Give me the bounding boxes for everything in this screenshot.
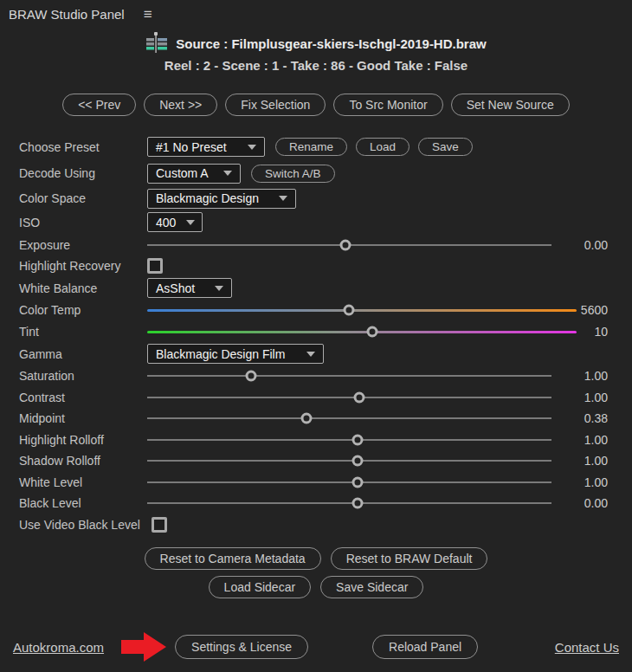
shadow-rolloff-value: 1.00 (554, 454, 608, 468)
chevron-down-icon (279, 196, 287, 201)
color-temp-slider[interactable] (147, 300, 554, 320)
source-metadata: Reel : 2 - Scene : 1 - Take : 86 - Good … (0, 58, 632, 73)
tint-slider[interactable] (147, 321, 554, 342)
exposure-slider-knob[interactable] (339, 239, 351, 250)
contact-us-link[interactable]: Contact Us (555, 640, 619, 655)
black-level-slider[interactable] (147, 493, 554, 514)
chevron-down-icon (186, 220, 195, 225)
saturation-label: Saturation (19, 369, 147, 383)
save-sidecar-button[interactable]: Save Sidecar (320, 576, 423, 598)
highlight-recovery-label: Highlight Recovery (19, 259, 147, 273)
shadow-rolloff-slider-knob[interactable] (351, 456, 363, 467)
nav-button-row: << Prev Next >> Fix Selection To Src Mon… (0, 94, 632, 116)
highlight-rolloff-row: Highlight Rolloff 1.00 (19, 430, 608, 451)
chevron-down-icon (306, 352, 315, 357)
iso-dropdown[interactable]: 400 (147, 212, 203, 232)
gamma-row: Gamma Blackmagic Design Film (19, 343, 608, 365)
prev-button[interactable]: << Prev (62, 94, 136, 116)
white-level-row: White Level 1.00 (19, 472, 608, 494)
midpoint-value: 0.38 (554, 411, 608, 425)
contrast-value: 1.00 (554, 391, 608, 404)
exposure-label: Exposure (19, 238, 147, 252)
set-new-source-button[interactable]: Set New Source (451, 94, 570, 116)
chevron-down-icon (248, 145, 256, 150)
load-sidecar-button[interactable]: Load Sidecar (209, 576, 312, 598)
white-level-slider[interactable] (147, 472, 554, 493)
source-info: Source : Filmplusgear-skiers-Ischgl-2019… (0, 32, 632, 73)
controls-section: Choose Preset #1 No Preset Rename Load S… (0, 133, 632, 535)
saturation-slider-knob[interactable] (245, 371, 256, 382)
contrast-slider[interactable] (147, 387, 554, 408)
iso-label: ISO (19, 216, 147, 229)
switch-ab-button[interactable]: Switch A/B (251, 165, 335, 183)
tint-slider-knob[interactable] (366, 326, 377, 338)
preset-dropdown[interactable]: #1 No Preset (147, 137, 265, 157)
decode-using-value: Custom A (156, 166, 209, 180)
to-src-monitor-button[interactable]: To Src Monitor (333, 94, 442, 116)
shadow-rolloff-slider[interactable] (147, 450, 554, 471)
midpoint-row: Midpoint 0.38 (19, 408, 608, 430)
white-level-label: White Level (19, 475, 147, 489)
load-preset-button[interactable]: Load (356, 138, 410, 156)
rename-preset-button[interactable]: Rename (275, 138, 347, 156)
highlight-rolloff-value: 1.00 (554, 433, 608, 447)
black-level-slider-knob[interactable] (351, 498, 363, 509)
midpoint-label: Midpoint (19, 411, 147, 425)
settings-license-button[interactable]: Settings & License (175, 635, 308, 659)
shadow-rolloff-label: Shadow Rolloff (19, 454, 147, 468)
color-temp-slider-knob[interactable] (344, 305, 355, 316)
white-balance-value: AsShot (156, 281, 195, 295)
footer-bar: Autokroma.com Settings & License Reload … (0, 632, 632, 672)
white-balance-dropdown[interactable]: AsShot (147, 278, 232, 298)
black-level-value: 0.00 (554, 496, 608, 510)
iso-row: ISO 400 (19, 210, 608, 234)
choose-preset-row: Choose Preset #1 No Preset Rename Load S… (19, 133, 608, 160)
source-filename: Source : Filmplusgear-skiers-Ischgl-2019… (176, 36, 486, 51)
reset-button-row: Reset to Camera Metadata Reset to BRAW D… (0, 547, 632, 570)
color-space-value: Blackmagic Design (156, 191, 259, 205)
saturation-slider[interactable] (147, 365, 554, 386)
fix-selection-button[interactable]: Fix Selection (225, 94, 326, 116)
contrast-label: Contrast (19, 391, 147, 404)
midpoint-slider-knob[interactable] (301, 413, 313, 424)
black-level-row: Black Level 0.00 (19, 493, 608, 514)
midpoint-slider[interactable] (147, 408, 554, 429)
highlight-rolloff-slider-knob[interactable] (351, 434, 363, 445)
reset-braw-default-button[interactable]: Reset to BRAW Default (331, 547, 488, 570)
exposure-value: 0.00 (554, 238, 608, 252)
panel-header: BRAW Studio Panel ≡ (0, 0, 632, 22)
autokroma-link[interactable]: Autokroma.com (13, 640, 104, 655)
red-arrow-icon (121, 632, 166, 662)
highlight-rolloff-slider[interactable] (147, 430, 554, 450)
panel-title: BRAW Studio Panel (9, 7, 125, 22)
saturation-row: Saturation 1.00 (19, 365, 608, 387)
chevron-down-icon (223, 171, 232, 176)
white-balance-row: White Balance AsShot (19, 277, 608, 300)
reload-panel-button[interactable]: Reload Panel (372, 635, 478, 659)
shadow-rolloff-row: Shadow Rolloff 1.00 (19, 450, 608, 472)
highlight-rolloff-label: Highlight Rolloff (19, 433, 147, 447)
color-temp-row: Color Temp 5600 (19, 300, 608, 321)
next-button[interactable]: Next >> (144, 94, 217, 116)
chevron-down-icon (215, 286, 223, 291)
highlight-recovery-checkbox[interactable] (147, 258, 163, 274)
use-video-black-level-label: Use Video Black Level (19, 518, 140, 532)
saturation-value: 1.00 (554, 369, 608, 383)
preset-dropdown-value: #1 No Preset (156, 140, 227, 154)
white-level-value: 1.00 (554, 475, 608, 489)
tint-label: Tint (19, 325, 147, 339)
color-space-dropdown[interactable]: Blackmagic Design (147, 189, 296, 209)
decode-using-label: Decode Using (19, 166, 147, 180)
use-video-black-level-checkbox[interactable] (152, 517, 167, 533)
hamburger-menu-icon[interactable]: ≡ (144, 7, 152, 22)
color-space-row: Color Space Blackmagic Design (19, 186, 608, 210)
white-level-slider-knob[interactable] (351, 476, 363, 488)
contrast-row: Contrast 1.00 (19, 387, 608, 409)
contrast-slider-knob[interactable] (353, 391, 364, 403)
gamma-label: Gamma (19, 347, 147, 361)
reset-camera-metadata-button[interactable]: Reset to Camera Metadata (145, 547, 321, 570)
exposure-slider[interactable] (147, 235, 554, 255)
decode-using-dropdown[interactable]: Custom A (147, 164, 241, 184)
gamma-dropdown[interactable]: Blackmagic Design Film (147, 344, 324, 364)
save-preset-button[interactable]: Save (418, 138, 473, 156)
